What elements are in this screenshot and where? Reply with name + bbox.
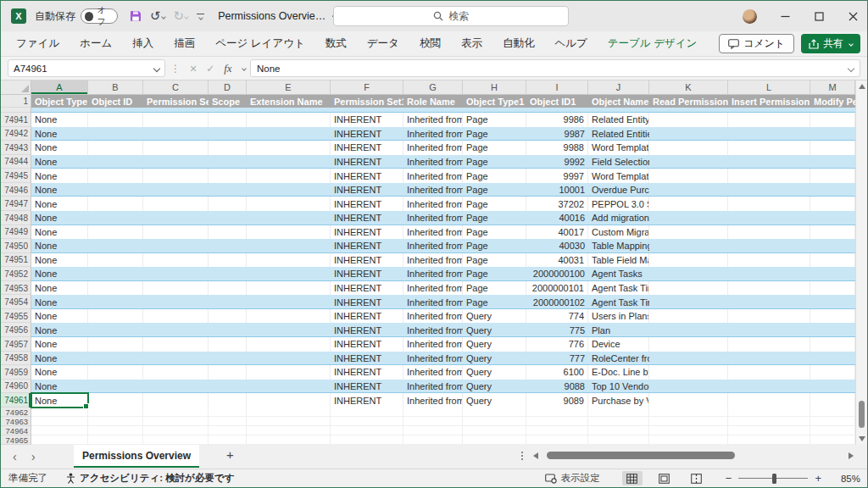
cell-J74955[interactable]: Users in Plans [588,309,649,324]
cell-I74945[interactable]: 9997 [526,169,588,183]
row-header-74945[interactable]: 74945 [1,169,31,183]
row-header-74961[interactable]: 74961 [1,393,31,408]
cell-L74961[interactable] [728,393,810,408]
cell-M74961[interactable] [810,393,855,408]
cell-C74942[interactable] [143,127,209,141]
cell-D74964[interactable] [209,426,247,435]
cell-B74959[interactable] [88,365,143,380]
cell-A74954[interactable]: None [31,295,88,309]
cell-G74950[interactable]: Inherited from [403,239,463,253]
cell-F74949[interactable]: INHERENT [331,225,403,240]
cell-G74955[interactable]: Inherited from [403,309,463,324]
cell-G74948[interactable]: Inherited from [403,211,463,225]
cell-I74950[interactable]: 40030 [526,239,588,253]
cell-G74959[interactable]: Inherited from [403,365,463,380]
cell-I74959[interactable]: 6100 [526,365,588,380]
cell-F74943[interactable]: INHERENT [331,141,403,155]
cell-H74953[interactable]: Page [463,281,526,296]
cell-M74950[interactable] [810,239,855,253]
cell-E74948[interactable] [247,211,331,225]
cell-H74941[interactable]: Page [463,113,526,127]
cell-F74959[interactable]: INHERENT [331,365,403,380]
row-header-74943[interactable]: 74943 [1,141,31,155]
cell-C74965[interactable] [143,435,209,445]
cell-D74957[interactable] [209,337,247,352]
cell-I74946[interactable]: 10001 [526,183,588,197]
cell-B74965[interactable] [88,435,143,445]
maximize-button[interactable] [813,10,825,22]
cell-B74949[interactable] [88,225,143,240]
ribbon-tab-8[interactable]: 表示 [451,31,492,56]
cell-J74947[interactable]: PEPPOL 3.0 Se [588,197,649,211]
cell-A74943[interactable]: None [31,141,88,155]
vertical-scrollbar[interactable] [855,80,867,445]
cell-K74948[interactable] [649,211,728,225]
row-header-74956[interactable]: 74956 [1,323,31,337]
cell-L74943[interactable] [728,141,810,155]
cell-K74964[interactable] [649,426,728,435]
cell-D74941[interactable] [209,113,247,127]
cell-A74960[interactable]: None [31,380,88,394]
header-cell-F[interactable]: Permission Set1 [331,95,403,108]
cell-M74951[interactable] [810,253,855,268]
cell-H74946[interactable]: Page [463,183,526,197]
column-header-F[interactable]: F [331,80,403,94]
cell-A74950[interactable]: None [31,239,88,253]
row-header-74954[interactable]: 74954 [1,295,31,309]
cell-I74961[interactable]: 9089 [526,393,588,408]
cell-K74951[interactable] [649,253,728,268]
cell-D74945[interactable] [209,169,247,183]
cell-C74945[interactable] [143,169,209,183]
cell-B74947[interactable] [88,197,143,211]
cell-A74953[interactable]: None [31,281,88,296]
cell-B74954[interactable] [88,295,143,309]
cell-D74958[interactable] [209,352,247,366]
cell-K74958[interactable] [649,352,728,366]
header-cell-A[interactable]: Object Type [31,95,88,108]
cell-J74952[interactable]: Agent Tasks [588,267,649,281]
cell-M74957[interactable] [810,337,855,352]
cell-F74953[interactable]: INHERENT [331,281,403,296]
cell-G74941[interactable]: Inherited from [403,113,463,127]
cell-B74942[interactable] [88,127,143,141]
cell-D74962[interactable] [209,408,247,417]
name-box-dropdown-icon[interactable] [153,64,160,71]
cell-G74963[interactable] [403,417,463,426]
row-header-74955[interactable]: 74955 [1,309,31,324]
row-header-74953[interactable]: 74953 [1,281,31,296]
column-header-L[interactable]: L [728,80,810,94]
cell-M74955[interactable] [810,309,855,324]
cell-F74948[interactable]: INHERENT [331,211,403,225]
cell-K74943[interactable] [649,141,728,155]
cell-D74963[interactable] [209,417,247,426]
ribbon-tab-4[interactable]: ページ レイアウト [205,31,315,56]
cell-M74946[interactable] [810,183,855,197]
cell-L74954[interactable] [728,295,810,309]
page-layout-view-button[interactable] [654,471,675,485]
cell-J74959[interactable]: E-Doc. Line by I [588,365,649,380]
cell-A74946[interactable]: None [31,183,88,197]
cell-C74956[interactable] [143,323,209,337]
cell-M74960[interactable] [810,380,855,394]
sheet-tab-permissions-overview[interactable]: Permissions Overview [74,445,199,468]
cell-K74947[interactable] [649,197,728,211]
cell-K74942[interactable] [649,127,728,141]
ribbon-tab-3[interactable]: 描画 [164,31,205,56]
row-header-74942[interactable]: 74942 [1,127,31,141]
cell-F74952[interactable]: INHERENT [331,267,403,281]
cell-H74948[interactable]: Page [463,211,526,225]
cell-G74965[interactable] [403,435,463,445]
column-header-C[interactable]: C [143,80,209,94]
cell-D74942[interactable] [209,127,247,141]
cell-M74948[interactable] [810,211,855,225]
cell-E74953[interactable] [247,281,331,296]
normal-view-button[interactable] [622,471,643,485]
cell-B74941[interactable] [88,113,143,127]
cell-K74965[interactable] [649,435,728,445]
cell-A74963[interactable] [31,417,88,426]
cell-L74964[interactable] [728,426,810,435]
cell-L74942[interactable] [728,127,810,141]
scroll-right-icon[interactable] [849,452,854,459]
cell-G74943[interactable]: Inherited from [403,141,463,155]
cell-M74943[interactable] [810,141,855,155]
